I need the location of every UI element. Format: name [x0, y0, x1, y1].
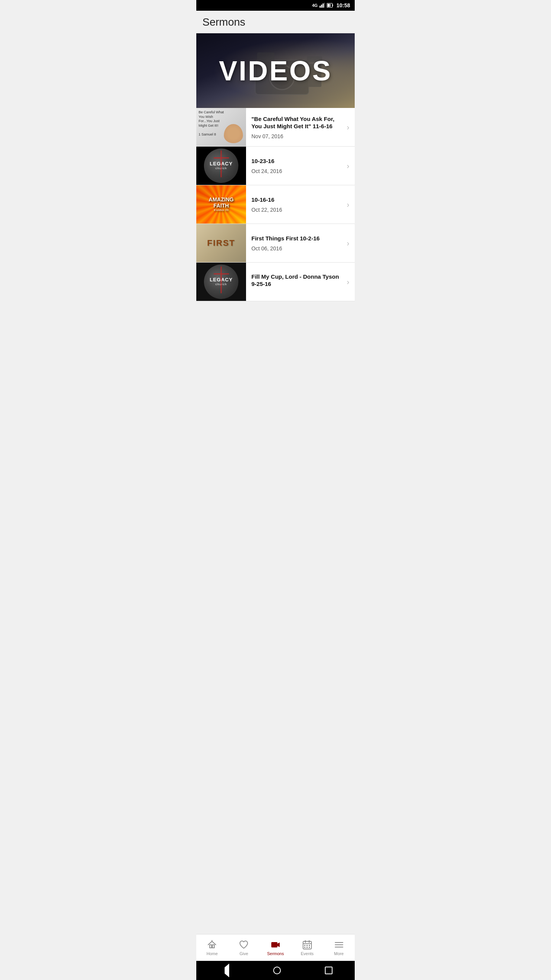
chevron-right-icon: › [347, 239, 355, 248]
sermon-list: Be Careful WhatYou WishFor...You JustMig… [196, 108, 355, 301]
svg-rect-2 [323, 3, 324, 8]
sermon-item[interactable]: LEGACYchurch Fill My Cup, Lord - Donna T… [196, 263, 355, 301]
nav-label-home: Home [207, 951, 218, 956]
svg-rect-23 [306, 945, 308, 946]
bottom-navigation: Home Give Sermons Events [196, 934, 355, 961]
sermon-date: Oct 06, 2016 [251, 245, 341, 252]
sermon-title: "Be Careful What You Ask For, You Just M… [251, 115, 341, 130]
sermon-item[interactable]: AMAZINGFAITHExodus 33 10-16-16 Oct 22, 2… [196, 185, 355, 224]
svg-rect-0 [320, 6, 321, 8]
sermon-title: 10-23-16 [251, 157, 341, 165]
nav-label-events: Events [301, 951, 314, 956]
chevron-right-icon: › [347, 162, 355, 170]
svg-rect-3 [324, 3, 325, 8]
sermon-date: Nov 07, 2016 [251, 133, 341, 139]
sermon-info: "Be Careful What You Ask For, You Just M… [246, 111, 347, 144]
sermon-title: 10-16-16 [251, 196, 341, 204]
svg-rect-26 [306, 947, 308, 948]
status-bar: 4G 10:58 [196, 0, 355, 11]
svg-rect-22 [304, 945, 305, 946]
sermon-title: Fill My Cup, Lord - Donna Tyson 9-25-16 [251, 273, 341, 288]
hero-banner[interactable]: VIDEOS [196, 33, 355, 108]
sermon-date: Oct 24, 2016 [251, 168, 341, 174]
svg-rect-14 [210, 945, 212, 948]
back-button[interactable] [218, 964, 229, 977]
sermon-date: Oct 22, 2016 [251, 207, 341, 213]
signal-icon [320, 3, 325, 8]
nav-item-sermons[interactable]: Sermons [260, 934, 292, 961]
cross-decoration [221, 150, 222, 177]
sermon-item[interactable]: Be Careful WhatYou WishFor...You JustMig… [196, 108, 355, 147]
chevron-right-icon: › [347, 200, 355, 209]
home-button[interactable] [273, 967, 281, 974]
nav-item-more[interactable]: More [323, 934, 355, 961]
svg-rect-5 [328, 4, 331, 7]
nav-item-events[interactable]: Events [291, 934, 323, 961]
video-icon [271, 940, 280, 950]
sermon-info: First Things First 10-2-16 Oct 06, 2016 [246, 230, 347, 256]
sermon-thumbnail-2: LEGACYchurch [196, 147, 246, 185]
page-header: Sermons [196, 11, 355, 33]
sermon-info: 10-23-16 Oct 24, 2016 [246, 153, 347, 179]
page-title: Sermons [202, 16, 349, 28]
android-navigation-bar [196, 961, 355, 980]
recents-button[interactable] [325, 967, 333, 974]
legacy-logo: LEGACYchurch [204, 149, 238, 183]
svg-rect-25 [304, 947, 305, 948]
signal-text: 4G [312, 3, 318, 8]
amazing-faith-logo: AMAZINGFAITHExodus 33 [209, 197, 233, 212]
nav-label-more: More [334, 951, 344, 956]
sermon-thumbnail-5: LEGACYchurch [196, 263, 246, 301]
heart-icon [239, 940, 249, 950]
svg-rect-27 [309, 947, 310, 948]
sermon-item[interactable]: FIRST First Things First 10-2-16 Oct 06,… [196, 224, 355, 263]
nav-label-give: Give [240, 951, 248, 956]
svg-rect-17 [271, 942, 277, 947]
status-icons: 4G 10:58 [312, 2, 350, 8]
legacy-logo-2: LEGACYchurch [204, 265, 238, 299]
baby-image [224, 124, 243, 143]
home-icon [207, 940, 217, 950]
battery-icon [327, 3, 334, 8]
nav-item-home[interactable]: Home [196, 934, 228, 961]
menu-icon [334, 940, 344, 950]
hero-title: VIDEOS [219, 55, 332, 87]
chevron-right-icon: › [347, 278, 355, 286]
svg-rect-1 [321, 5, 322, 8]
cross-decoration [221, 266, 222, 293]
nav-item-give[interactable]: Give [228, 934, 260, 961]
sermon-thumbnail-4: FIRST [196, 224, 246, 262]
sermon-thumbnail-3: AMAZINGFAITHExodus 33 [196, 185, 246, 224]
first-logo: FIRST [207, 238, 235, 248]
sermon-item[interactable]: LEGACYchurch 10-23-16 Oct 24, 2016 › [196, 147, 355, 185]
sermon-thumbnail-1: Be Careful WhatYou WishFor...You JustMig… [196, 108, 246, 146]
sermon-title: First Things First 10-2-16 [251, 235, 341, 242]
time-display: 10:58 [336, 2, 350, 8]
sermon-info: 10-16-16 Oct 22, 2016 [246, 191, 347, 217]
calendar-icon [302, 940, 312, 950]
chevron-right-icon: › [347, 123, 355, 132]
sermon-info: Fill My Cup, Lord - Donna Tyson 9-25-16 [246, 268, 347, 296]
nav-label-sermons: Sermons [267, 951, 284, 956]
svg-rect-24 [309, 945, 310, 946]
